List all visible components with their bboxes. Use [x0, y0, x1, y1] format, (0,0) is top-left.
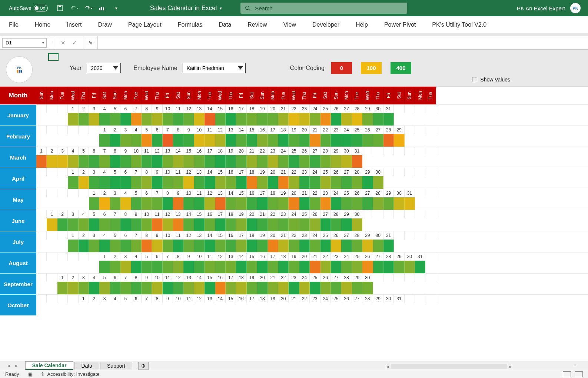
avatar[interactable]: PK [570, 3, 581, 13]
heat-cell [352, 261, 362, 273]
heat-cell [99, 218, 110, 231]
enter-icon[interactable]: ✓ [72, 40, 77, 46]
accessibility-status[interactable]: Accessibility: Investigate [40, 371, 100, 377]
tab-developer[interactable]: Developer [304, 16, 348, 33]
heat-cell [79, 218, 89, 231]
heat-cell [236, 218, 246, 231]
year-value: 2020 [91, 65, 102, 71]
heat-cell [415, 303, 425, 315]
heat-cell [183, 197, 194, 210]
autosave-toggle[interactable]: Off [34, 5, 48, 11]
date-cell: 14 [205, 105, 215, 113]
tab-options-icon[interactable]: ⋮ [573, 364, 577, 368]
tab-view[interactable]: View [275, 16, 304, 33]
heat-cell [394, 240, 404, 252]
heat-cell [405, 113, 415, 126]
heat-cell [415, 197, 425, 210]
heat-cell [415, 240, 425, 252]
tab-home[interactable]: Home [27, 16, 59, 33]
sheet-tab-support[interactable]: Support [100, 362, 132, 369]
expand-namebox-icon[interactable]: ⋮ [49, 41, 56, 45]
date-cell: 7 [99, 147, 110, 155]
heat-cell [183, 282, 194, 294]
date-cell: 9 [152, 231, 162, 240]
heat-cell [99, 134, 110, 147]
new-sheet-button[interactable]: ⊕ [138, 362, 149, 370]
sheet-tab-data[interactable]: Data [74, 362, 99, 369]
tab-draw[interactable]: Draw [90, 16, 120, 33]
date-cell [405, 231, 415, 240]
heat-cell [425, 282, 436, 294]
year-dropdown[interactable]: 2020 [87, 63, 121, 73]
sheet-area: PK▮▮▮ Year 2020 Employee Name Kaitlin Fr… [0, 50, 588, 363]
date-cell [405, 147, 415, 155]
tab-formulas[interactable]: Formulas [170, 16, 211, 33]
tab-data[interactable]: Data [210, 16, 239, 33]
heat-cell [362, 176, 373, 189]
month-row-august: August1234567891011121314151617181920212… [0, 252, 588, 273]
customize-qat-icon[interactable]: ▾ [112, 4, 120, 12]
date-cell: 18 [247, 231, 257, 240]
formula-input[interactable] [97, 36, 588, 49]
heat-cell [57, 218, 68, 231]
heat-cell [299, 218, 310, 231]
search-box[interactable] [240, 3, 407, 14]
tab-file[interactable]: File [1, 16, 27, 33]
tab-insert[interactable]: Insert [59, 16, 90, 33]
macros-icon[interactable]: ▣ [28, 371, 33, 377]
tab-pk-s-utility-tool-v2-0[interactable]: PK's Utility Tool V2.0 [424, 16, 495, 33]
heat-cell [236, 134, 246, 147]
date-cell: 8 [110, 147, 120, 155]
heat-cell [373, 113, 383, 126]
page-layout-view-icon[interactable] [575, 371, 583, 377]
date-cell: 17 [236, 231, 246, 240]
cancel-icon[interactable]: ✕ [61, 40, 66, 46]
date-cell: 24 [310, 168, 320, 176]
tab-page-layout[interactable]: Page Layout [120, 16, 170, 33]
date-cell: 21 [247, 147, 257, 155]
tab-power-pivot[interactable]: Power Pivot [376, 16, 424, 33]
sheet-nav-arrows[interactable]: ◄► [0, 364, 25, 368]
horizontal-scrollbar[interactable]: ◄ ► [384, 363, 514, 370]
doc-title[interactable]: Sales Calendar in Excel ▾ [150, 4, 222, 12]
heat-cell [173, 155, 183, 168]
undo-icon[interactable]: ▾ [70, 4, 78, 12]
dow-header: Thu [79, 87, 89, 104]
date-cell: 24 [341, 252, 352, 261]
name-box[interactable]: D1 [2, 38, 47, 48]
heat-cell [278, 303, 289, 315]
date-cell: 24 [341, 126, 352, 134]
chart-icon[interactable] [98, 4, 106, 12]
employee-dropdown[interactable]: Kaitlin Friedman [183, 63, 246, 73]
date-cell: 14 [194, 274, 205, 282]
sheet-tab-active[interactable]: Sale Calendar [25, 361, 74, 370]
dow-header: Wed [68, 87, 78, 104]
heat-cell [278, 134, 289, 147]
heat-cell [373, 176, 383, 189]
tab-review[interactable]: Review [239, 16, 275, 33]
save-icon[interactable] [56, 4, 64, 12]
date-cell: 15 [247, 126, 257, 134]
date-cell: 9 [152, 105, 162, 113]
date-cell: 6 [99, 210, 110, 218]
show-values-checkbox[interactable] [472, 77, 477, 82]
dow-header: Mon [47, 87, 57, 104]
date-cell: 20 [299, 252, 310, 261]
heat-cell [142, 113, 152, 126]
heat-cell [163, 261, 173, 273]
heat-cell [352, 176, 362, 189]
heat-cell [310, 113, 320, 126]
fx-label[interactable]: fx [83, 36, 97, 49]
heat-cell [383, 261, 394, 273]
heat-cell [415, 155, 425, 168]
heat-cell [142, 240, 152, 252]
heat-cell [394, 218, 404, 231]
date-cell: 13 [194, 105, 205, 113]
dow-header: Tue [425, 87, 436, 104]
tab-help[interactable]: Help [348, 16, 376, 33]
normal-view-icon[interactable] [563, 371, 571, 377]
search-input[interactable] [255, 5, 403, 11]
dow-header: Sat [99, 87, 110, 104]
redo-icon[interactable]: ▾ [84, 4, 92, 12]
date-cell: 19 [289, 252, 299, 261]
